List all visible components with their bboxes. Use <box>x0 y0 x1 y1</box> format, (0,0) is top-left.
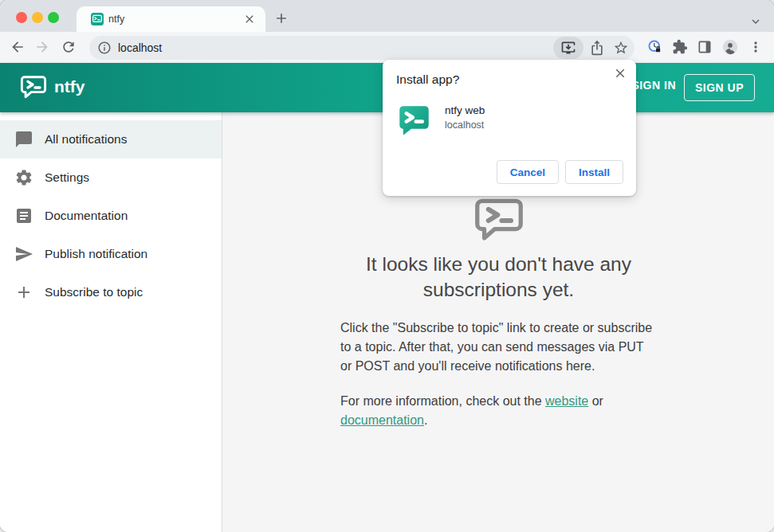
p2-prefix: For more information, check out the <box>340 394 545 408</box>
plus-icon <box>14 283 33 302</box>
chat-bubble-icon <box>14 130 33 149</box>
cancel-button[interactable]: Cancel <box>497 160 559 184</box>
forward-button[interactable] <box>34 39 50 55</box>
empty-state-links-paragraph: For more information, check out the webs… <box>340 392 657 430</box>
sidebar-item-subscribe-to-topic[interactable]: Subscribe to topic <box>0 273 222 311</box>
browser-toolbar: localhost <box>0 32 774 63</box>
close-window-button[interactable] <box>16 12 27 23</box>
install-app-icon <box>560 40 576 56</box>
tab-strip: ntfy <box>0 0 774 32</box>
sidebar-item-settings[interactable]: Settings <box>0 158 222 197</box>
p2-suffix: . <box>424 413 427 427</box>
ntfy-empty-state-logo-icon <box>473 198 525 244</box>
empty-state-paragraph: Click the "Subscribe to topic" link to c… <box>340 319 657 376</box>
profile-avatar-icon[interactable] <box>722 39 738 55</box>
bookmark-star-icon[interactable] <box>613 40 629 56</box>
website-link[interactable]: website <box>545 394 588 408</box>
reload-button[interactable] <box>61 39 77 55</box>
sidebar-item-label: Publish notification <box>45 247 147 261</box>
sidebar-item-label: Subscribe to topic <box>45 285 143 299</box>
dialog-app-origin: localhost <box>445 119 484 131</box>
empty-state-heading: It looks like you don't have any subscri… <box>324 252 674 303</box>
tab-title: ntfy <box>108 14 124 25</box>
app-title: ntfy <box>54 77 85 96</box>
browser-menu-icon[interactable] <box>748 39 764 55</box>
address-bar[interactable]: localhost <box>89 36 635 60</box>
minimize-window-button[interactable] <box>32 12 43 23</box>
share-icon[interactable] <box>589 40 605 56</box>
install-app-button[interactable] <box>553 37 583 59</box>
maximize-window-button[interactable] <box>48 12 59 23</box>
install-button[interactable]: Install <box>565 160 623 184</box>
install-app-dialog: Install app? ntfy web localhost Cancel I… <box>383 60 636 196</box>
article-icon <box>14 206 33 225</box>
browser-window: ntfy localhost <box>0 0 774 532</box>
sidebar-item-publish-notification[interactable]: Publish notification <box>0 235 222 273</box>
site-info-icon[interactable] <box>97 41 112 55</box>
p2-middle: or <box>588 394 603 408</box>
clock-lock-extension-icon[interactable] <box>647 39 663 55</box>
sign-in-button[interactable]: SIGN IN <box>631 79 676 92</box>
sidebar: All notifications Settings Documentation… <box>0 112 222 532</box>
back-button[interactable] <box>10 39 26 55</box>
sidebar-item-all-notifications[interactable]: All notifications <box>0 120 222 158</box>
tab-close-icon[interactable] <box>243 13 256 25</box>
gear-icon <box>14 168 33 187</box>
documentation-link[interactable]: documentation <box>340 413 424 427</box>
url-text: localhost <box>118 41 162 54</box>
new-tab-button[interactable] <box>273 10 289 26</box>
dialog-app-name: ntfy web <box>445 104 485 116</box>
sidebar-item-label: Documentation <box>45 209 128 223</box>
send-icon <box>14 244 33 264</box>
dialog-actions: Cancel Install <box>497 160 623 184</box>
tab-search-chevron-icon[interactable] <box>748 14 763 29</box>
sidebar-item-label: Settings <box>45 170 89 185</box>
browser-tab-ntfy[interactable]: ntfy <box>77 6 265 32</box>
ntfy-favicon-icon <box>91 13 104 25</box>
extensions-puzzle-icon[interactable] <box>672 39 688 55</box>
dialog-close-icon[interactable] <box>613 66 627 80</box>
sidebar-item-documentation[interactable]: Documentation <box>0 197 222 235</box>
ntfy-logo-icon <box>20 75 47 100</box>
dialog-title: Install app? <box>396 72 459 87</box>
side-panel-icon[interactable] <box>697 39 713 55</box>
sidebar-item-label: All notifications <box>45 132 127 147</box>
sign-up-button[interactable]: SIGN UP <box>684 74 755 101</box>
ntfy-app-icon <box>398 104 430 137</box>
